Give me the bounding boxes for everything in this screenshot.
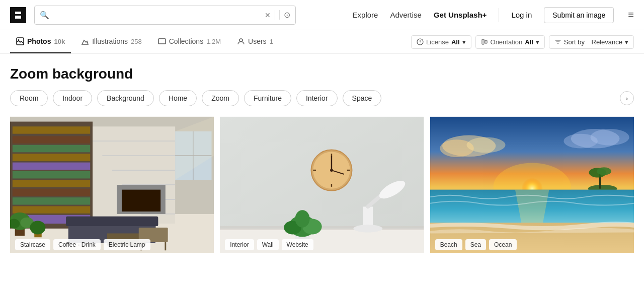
photo-card-interior[interactable]: Staircase Coffee - Drink Electric Lamp: [10, 114, 214, 255]
svg-rect-18: [13, 180, 90, 187]
tab-collections[interactable]: Collections 1.2M: [152, 30, 227, 53]
svg-point-60: [330, 169, 333, 172]
tag-space[interactable]: Space: [343, 90, 382, 106]
svg-rect-14: [13, 145, 90, 152]
tab-users[interactable]: Users 1: [231, 30, 279, 53]
camera-icon[interactable]: ⊙: [279, 10, 290, 20]
search-input[interactable]: zoom background: [53, 11, 261, 19]
svg-point-75: [466, 137, 505, 153]
svg-rect-20: [13, 197, 90, 204]
orientation-icon: [481, 38, 488, 45]
photo-interior-image: [10, 114, 214, 255]
tag-furniture[interactable]: Furniture: [244, 90, 291, 106]
sort-label: Sort by: [564, 38, 585, 46]
tag-electric-lamp[interactable]: Electric Lamp: [104, 239, 150, 250]
tag-website[interactable]: Website: [282, 239, 313, 250]
orientation-label: Orientation: [491, 38, 523, 46]
divider: [275, 10, 275, 20]
tag-interior[interactable]: Interior: [296, 90, 338, 106]
license-filter[interactable]: License All ▾: [411, 35, 471, 49]
tag-sea[interactable]: Sea: [465, 239, 486, 250]
svg-point-62: [354, 225, 383, 232]
svg-rect-34: [122, 190, 160, 211]
header: 🔍 zoom background ✕ ⊙ Explore Advertise …: [0, 0, 644, 30]
submit-image-button[interactable]: Submit an image: [544, 7, 614, 23]
photo-icon: [16, 37, 24, 45]
svg-rect-16: [13, 163, 90, 170]
svg-rect-19: [13, 189, 90, 196]
users-icon: [237, 37, 245, 45]
svg-point-78: [590, 129, 629, 146]
tag-background[interactable]: Background: [97, 90, 154, 106]
tag-wall[interactable]: Wall: [257, 239, 279, 250]
photo-card-wall[interactable]: Interior Wall Website: [220, 114, 424, 255]
nav-links: Explore Advertise Get Unsplash+ Log in S…: [353, 7, 634, 23]
orientation-chevron-icon: ▾: [536, 38, 539, 46]
orientation-filter[interactable]: Orientation All ▾: [475, 35, 545, 49]
sort-icon: [554, 38, 561, 45]
license-chevron-icon: ▾: [462, 38, 466, 46]
photo-sea-tags: Beach Sea Ocean: [435, 239, 517, 250]
photo-sea-image: [430, 114, 634, 255]
tag-ocean[interactable]: Ocean: [489, 239, 517, 250]
search-icon: 🔍: [40, 11, 49, 20]
photo-card-sea[interactable]: Beach Sea Ocean: [430, 114, 634, 255]
tag-interior-2[interactable]: Interior: [225, 239, 254, 250]
license-value: All: [451, 38, 460, 46]
tab-photos-count: 10k: [54, 38, 65, 45]
page-title-section: Zoom background: [0, 54, 644, 90]
photo-wall-tags: Interior Wall Website: [225, 239, 313, 250]
clear-icon[interactable]: ✕: [265, 11, 271, 19]
svg-point-69: [295, 210, 310, 228]
tab-collections-count: 1.2M: [206, 38, 221, 45]
login-button[interactable]: Log in: [511, 11, 532, 19]
tag-beach[interactable]: Beach: [435, 239, 462, 250]
sort-value: Relevance: [592, 38, 622, 46]
tag-indoor[interactable]: Indoor: [53, 90, 92, 106]
sort-button[interactable]: Sort by Relevance ▾: [549, 35, 634, 49]
tab-photos-label: Photos: [27, 37, 51, 45]
hamburger-icon[interactable]: ≡: [628, 9, 634, 21]
illustration-icon: [81, 37, 89, 45]
svg-rect-6: [482, 39, 484, 44]
advertise-link[interactable]: Advertise: [390, 11, 422, 19]
tab-illustrations-label: Illustrations: [92, 37, 128, 45]
svg-rect-51: [220, 226, 424, 230]
explore-link[interactable]: Explore: [353, 11, 378, 19]
svg-point-82: [597, 167, 611, 175]
svg-rect-17: [13, 171, 90, 178]
tag-coffee-drink[interactable]: Coffee - Drink: [53, 239, 101, 250]
orientation-value: All: [525, 38, 533, 46]
svg-rect-7: [485, 40, 487, 43]
search-bar: 🔍 zoom background ✕ ⊙: [34, 6, 296, 25]
tag-staircase[interactable]: Staircase: [15, 239, 50, 250]
tab-photos[interactable]: Photos 10k: [10, 30, 71, 53]
tag-zoom[interactable]: Zoom: [202, 90, 239, 106]
photo-grid: Staircase Coffee - Drink Electric Lamp: [0, 114, 644, 265]
sort-chevron-icon: ▾: [625, 38, 628, 46]
get-unsplash-link[interactable]: Get Unsplash+: [434, 11, 487, 19]
photo-interior-tags: Staircase Coffee - Drink Electric Lamp: [15, 239, 150, 250]
svg-rect-13: [13, 136, 90, 143]
tab-users-count: 1: [270, 38, 273, 45]
nav-separator: [499, 8, 499, 22]
tab-illustrations-count: 258: [131, 38, 142, 45]
tag-home[interactable]: Home: [159, 90, 197, 106]
license-icon: [417, 38, 424, 45]
collections-icon: [158, 37, 166, 45]
page-title: Zoom background: [10, 66, 634, 82]
svg-point-43: [30, 221, 46, 234]
tags-next-button[interactable]: ›: [620, 91, 634, 105]
photo-wall-image: [220, 114, 424, 255]
filter-bar: License All ▾ Orientation All ▾ Sort by …: [411, 35, 634, 49]
tag-room[interactable]: Room: [10, 90, 48, 106]
tab-illustrations[interactable]: Illustrations 258: [75, 30, 148, 53]
tab-collections-label: Collections: [169, 37, 203, 45]
tabs-bar: Photos 10k Illustrations 258 Collections…: [0, 30, 644, 54]
tags-row: Room Indoor Background Home Zoom Furnitu…: [0, 90, 644, 114]
svg-rect-12: [13, 126, 90, 133]
svg-rect-36: [66, 217, 158, 226]
svg-rect-3: [158, 39, 166, 44]
unsplash-logo[interactable]: [10, 7, 26, 23]
svg-rect-15: [13, 154, 90, 161]
